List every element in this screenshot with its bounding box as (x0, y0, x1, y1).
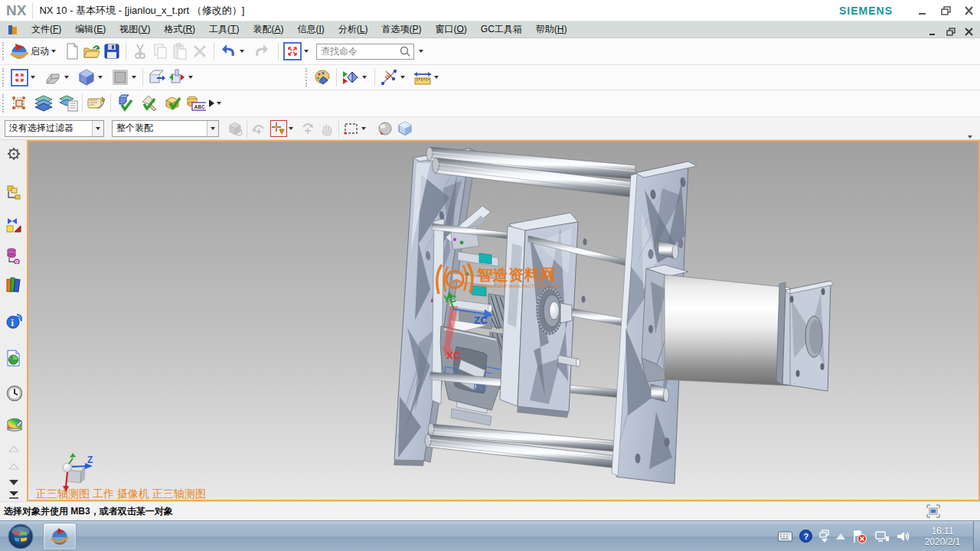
dropdown-caret[interactable] (211, 127, 215, 130)
selection-filter-combo[interactable]: 没有选择过滤器 (5, 120, 104, 137)
assembly-navigator-icon[interactable] (5, 184, 22, 201)
palette-button[interactable] (312, 67, 332, 87)
obj-display-caret[interactable] (362, 76, 367, 79)
snap-caret[interactable] (289, 127, 293, 130)
abc-caret[interactable] (217, 102, 221, 105)
scroll-down-icon[interactable] (5, 476, 22, 489)
filter-combo-caret[interactable] (92, 121, 103, 136)
isometric-view-button[interactable] (77, 67, 96, 87)
measure-caret[interactable] (400, 76, 405, 79)
fit-view-button[interactable] (283, 41, 302, 61)
marquee-select-button[interactable] (343, 120, 360, 137)
start-menu-label[interactable]: 启动 (31, 45, 49, 58)
menu-help[interactable]: 帮助(H) (529, 21, 574, 37)
toolbar-drag-handle4[interactable] (2, 94, 6, 112)
delete-button[interactable] (190, 41, 210, 61)
taskbar-clock[interactable]: 16:11 2020/2/1 (916, 526, 969, 547)
annotation-abc-button[interactable]: ABC (186, 93, 206, 113)
clip-caret[interactable] (188, 76, 193, 79)
scroll-up-icon[interactable] (5, 443, 22, 456)
toolbar-drag-handle3[interactable] (305, 68, 309, 86)
redo-button[interactable] (252, 41, 272, 61)
glass-cube-icon[interactable] (397, 120, 413, 137)
menu-preferences[interactable]: 首选项(P) (374, 21, 428, 37)
scroll-down2-icon[interactable] (5, 489, 22, 502)
network-icon[interactable] (874, 530, 890, 543)
shaded-view-button[interactable] (110, 67, 130, 87)
volume-icon[interactable] (897, 530, 911, 543)
note-button[interactable] (87, 93, 106, 113)
menu-assembly[interactable]: 装配(A) (246, 21, 290, 37)
history-doc-icon[interactable] (5, 350, 22, 367)
abc-flyout-arrow[interactable] (207, 99, 215, 108)
start-button[interactable] (6, 522, 35, 551)
html-books-icon[interactable] (5, 276, 22, 293)
layer-settings-button[interactable] (34, 93, 54, 113)
cut-button[interactable] (130, 41, 150, 61)
clip-section-button[interactable] (147, 67, 167, 87)
copy-button[interactable] (150, 41, 170, 61)
dropdown-caret[interactable] (96, 127, 100, 130)
view-orient-button[interactable] (43, 67, 63, 87)
menu-tools[interactable]: 工具(T) (202, 21, 246, 37)
reuse-library-icon[interactable] (5, 247, 22, 264)
scope-combo-caret[interactable] (207, 121, 218, 136)
menu-edit[interactable]: 编辑(E) (68, 21, 113, 37)
show-desktop-button[interactable] (973, 521, 980, 551)
menu-window[interactable]: 窗口(O) (428, 21, 473, 37)
fit-view-caret[interactable] (304, 50, 309, 53)
start-caret[interactable] (51, 50, 56, 53)
undo-button[interactable] (218, 41, 238, 61)
clock-icon[interactable] (5, 385, 22, 402)
toolbar-drag-handle2[interactable] (2, 68, 6, 86)
validate-check3-button[interactable] (162, 93, 182, 113)
menu-format[interactable]: 格式(R) (157, 21, 202, 37)
view-name-labels[interactable]: 正三轴测图 工作 摄像机 正三轴测图 (36, 487, 206, 500)
action-center-flag-icon[interactable] (852, 530, 867, 543)
menu-gc-toolbox[interactable]: GC工具箱 (474, 21, 529, 37)
toolbar-overflow-caret[interactable] (968, 135, 972, 139)
restore-button[interactable] (940, 5, 952, 16)
new-file-button[interactable] (62, 41, 82, 61)
paste-button[interactable] (170, 41, 190, 61)
menu-file[interactable]: 文件(F) (24, 21, 68, 37)
scroll-up2-icon[interactable] (5, 461, 22, 474)
constraint-navigator-icon[interactable] (5, 217, 22, 233)
show-hidden-icons[interactable] (836, 533, 845, 540)
move-object-button[interactable] (9, 93, 29, 113)
layer-visible-button[interactable] (58, 93, 78, 113)
ruler-button[interactable] (413, 67, 433, 87)
open-file-button[interactable] (82, 41, 102, 61)
menu-analysis[interactable]: 分析(L) (332, 21, 375, 37)
undo-caret[interactable] (240, 50, 244, 53)
menu-view[interactable]: 视图(V) (113, 21, 157, 37)
mdi-restore-button[interactable] (946, 25, 956, 34)
mdi-close-button[interactable] (964, 25, 974, 34)
nx-taskbar-button[interactable] (43, 523, 77, 550)
validate-check2-button[interactable] (139, 93, 158, 113)
fit-caret2[interactable] (31, 76, 35, 79)
internet-info-icon[interactable]: i (5, 313, 22, 330)
validate-check1-button[interactable] (115, 93, 135, 113)
keyboard-icon[interactable] (778, 531, 792, 542)
start-globe-icon[interactable] (9, 41, 29, 61)
snap-handle-icon[interactable] (250, 120, 267, 137)
materials-palette-icon[interactable] (5, 416, 22, 432)
marquee-caret[interactable] (361, 127, 366, 130)
command-search-input[interactable]: 查找命令 (316, 44, 414, 60)
select-assembly-icon[interactable] (227, 120, 243, 137)
shaded-caret[interactable] (132, 76, 136, 79)
minimize-button[interactable] (917, 5, 929, 16)
help-center-icon[interactable]: ? (799, 530, 812, 543)
roles-gear-icon[interactable] (5, 146, 22, 161)
save-button[interactable] (102, 41, 122, 61)
search-caret[interactable] (419, 50, 423, 53)
toolbar-drag-handle[interactable] (2, 42, 6, 60)
app-window-tray-icon[interactable] (819, 530, 829, 543)
selection-scope-combo[interactable]: 整个装配 (112, 120, 219, 137)
graphics-viewport[interactable]: YC ZC XC 智造资料网 INTELLIGENT MANUF (27, 140, 980, 501)
edit-object-display-button[interactable] (341, 67, 361, 87)
snap-measure-button[interactable] (379, 67, 399, 87)
ruler-caret[interactable] (434, 76, 439, 79)
mdi-minimize-button[interactable] (929, 25, 939, 34)
